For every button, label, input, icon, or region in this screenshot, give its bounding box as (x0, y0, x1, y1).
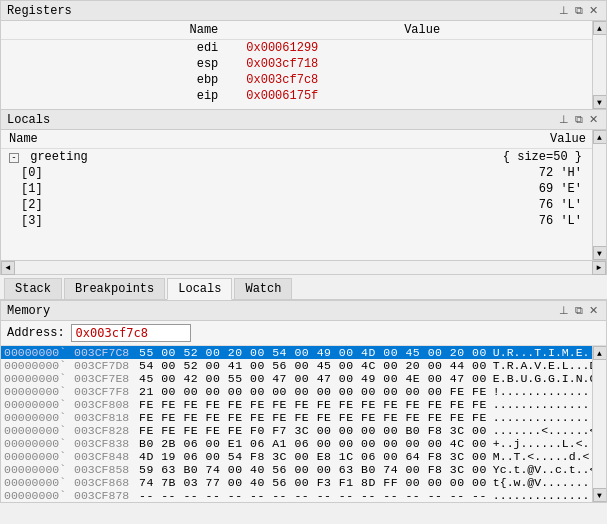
memory-addr1: 00000000` (1, 359, 71, 372)
locals-greeting-2-row: [2] 76 'L' (1, 197, 606, 213)
tab-locals[interactable]: Locals (167, 278, 232, 300)
locals-greeting-0-name: [0] (1, 165, 279, 181)
registers-title: Registers (7, 4, 72, 18)
locals-greeting-3-value: 76 'L' (279, 213, 606, 229)
memory-addr2: 003CF7E8 (71, 372, 136, 385)
locals-close-btn[interactable]: ✕ (587, 114, 600, 125)
memory-row[interactable]: 00000000`003CF7D854 00 52 00 41 00 56 00… (1, 359, 606, 372)
memory-addr2: 003CF858 (71, 463, 136, 476)
tab-breakpoints[interactable]: Breakpoints (64, 278, 165, 299)
memory-addr1: 00000000` (1, 372, 71, 385)
tabs-bar: Stack Breakpoints Locals Watch (0, 275, 607, 300)
memory-addr1: 00000000` (1, 398, 71, 411)
locals-greeting-0-row: [0] 72 'H' (1, 165, 606, 181)
reg-name: ebp (1, 72, 238, 88)
memory-hex: 74 7B 03 77 00 40 56 00 F3 F1 8D FF 00 0… (136, 476, 490, 489)
memory-row[interactable]: 00000000`003CF838B0 2B 06 00 E1 06 A1 06… (1, 437, 606, 450)
locals-pin-btn[interactable]: ⊥ (557, 114, 571, 125)
registers-content: Name Value edi0x00061299esp0x003cf718ebp… (1, 21, 606, 109)
locals-col-value: Value (279, 130, 606, 149)
registers-scroll-track[interactable] (593, 35, 606, 95)
memory-ascii: Yc.t.@V..c.t..<. (490, 463, 606, 476)
memory-addr2: 003CF818 (71, 411, 136, 424)
registers-col-name: Name (1, 21, 238, 40)
locals-scroll-down[interactable]: ▼ (593, 246, 607, 260)
locals-greeting-1-value: 69 'E' (279, 181, 606, 197)
memory-ascii: T.R.A.V.E.L...D. (490, 359, 606, 372)
locals-scrollbar-v[interactable]: ▲ ▼ (592, 130, 606, 260)
registers-pin-btn[interactable]: ⊥ (557, 5, 571, 16)
locals-scroll-left[interactable]: ◄ (1, 261, 15, 275)
memory-close-btn[interactable]: ✕ (587, 305, 600, 316)
registers-scroll-up[interactable]: ▲ (593, 21, 607, 35)
memory-hex: 59 63 B0 74 00 40 56 00 00 63 B0 74 00 F… (136, 463, 490, 476)
locals-controls: ⊥ ⧉ ✕ (557, 114, 600, 125)
reg-value: 0x00061299 (238, 40, 606, 57)
memory-ascii: +..j......L.<. (490, 437, 606, 450)
memory-addr1: 00000000` (1, 437, 71, 450)
memory-addr2: 003CF878 (71, 489, 136, 502)
memory-scroll-track[interactable] (593, 360, 606, 488)
memory-addr2: 003CF828 (71, 424, 136, 437)
memory-addr1: 00000000` (1, 411, 71, 424)
memory-row[interactable]: 00000000`003CF85859 63 B0 74 00 40 56 00… (1, 463, 606, 476)
locals-greeting-3-row: [3] 76 'L' (1, 213, 606, 229)
memory-table: 00000000`003CF7C855 00 52 00 20 00 54 00… (1, 346, 606, 502)
memory-addr1: 00000000` (1, 385, 71, 398)
locals-greeting-name: - greeting (1, 149, 279, 166)
memory-scroll-down[interactable]: ▼ (593, 488, 607, 502)
memory-row[interactable]: 00000000`003CF808FE FE FE FE FE FE FE FE… (1, 398, 606, 411)
locals-table: Name Value - greeting { size=50 } [0] 72… (1, 130, 606, 229)
memory-addr2: 003CF868 (71, 476, 136, 489)
locals-scroll-right[interactable]: ► (592, 261, 606, 275)
memory-float-btn[interactable]: ⧉ (573, 305, 585, 316)
locals-greeting-row: - greeting { size=50 } (1, 149, 606, 166)
locals-scroll-up[interactable]: ▲ (593, 130, 607, 144)
memory-address-input[interactable] (71, 324, 191, 342)
tab-watch[interactable]: Watch (234, 278, 292, 299)
memory-hex: FE FE FE FE FE F0 F7 3C 00 00 00 00 B0 F… (136, 424, 490, 437)
tab-stack[interactable]: Stack (4, 278, 62, 299)
memory-addr2: 003CF7F8 (71, 385, 136, 398)
memory-row[interactable]: 00000000`003CF8484D 19 06 00 54 F8 3C 00… (1, 450, 606, 463)
memory-row[interactable]: 00000000`003CF86874 7B 03 77 00 40 56 00… (1, 476, 606, 489)
memory-row[interactable]: 00000000`003CF818FE FE FE FE FE FE FE FE… (1, 411, 606, 424)
reg-value: 0x003cf7c8 (238, 72, 606, 88)
register-row: eip0x0006175f (1, 88, 606, 104)
locals-greeting-2-name: [2] (1, 197, 279, 213)
registers-scrollbar[interactable]: ▲ ▼ (592, 21, 606, 109)
memory-addr1: 00000000` (1, 476, 71, 489)
locals-panel: Locals ⊥ ⧉ ✕ Name Value - greeting { (0, 110, 607, 275)
memory-hex: FE FE FE FE FE FE FE FE FE FE FE FE FE F… (136, 398, 490, 411)
registers-float-btn[interactable]: ⧉ (573, 5, 585, 16)
register-row: edi0x00061299 (1, 40, 606, 57)
memory-row[interactable]: 00000000`003CF7E845 00 42 00 55 00 47 00… (1, 372, 606, 385)
memory-row[interactable]: 00000000`003CF828FE FE FE FE FE F0 F7 3C… (1, 424, 606, 437)
greeting-expand-icon[interactable]: - (9, 153, 19, 163)
memory-addr1: 00000000` (1, 489, 71, 502)
memory-pin-btn[interactable]: ⊥ (557, 305, 571, 316)
locals-greeting-1-name: [1] (1, 181, 279, 197)
memory-row[interactable]: 00000000`003CF7F821 00 00 00 00 00 00 00… (1, 385, 606, 398)
memory-ascii: M..T.<.....d.<. (490, 450, 606, 463)
registers-scroll-down[interactable]: ▼ (593, 95, 607, 109)
registers-col-value: Value (238, 21, 606, 40)
locals-title: Locals (7, 113, 50, 127)
memory-hex: B0 2B 06 00 E1 06 A1 06 00 00 00 00 00 0… (136, 437, 490, 450)
memory-scroll-up[interactable]: ▲ (593, 346, 607, 360)
memory-ascii: ................ (490, 489, 606, 502)
locals-scroll-track-h[interactable] (15, 261, 592, 274)
memory-row[interactable]: 00000000`003CF7C855 00 52 00 20 00 54 00… (1, 346, 606, 359)
memory-scrollbar-v[interactable]: ▲ ▼ (592, 346, 606, 502)
reg-name: edi (1, 40, 238, 57)
locals-scroll-track-v[interactable] (593, 144, 606, 246)
reg-name: esp (1, 56, 238, 72)
registers-close-btn[interactable]: ✕ (587, 5, 600, 16)
locals-scrollbar-h[interactable]: ◄ ► (1, 260, 606, 274)
memory-ascii: E.B.U.G.G.I.N.G. (490, 372, 606, 385)
memory-row[interactable]: 00000000`003CF878-- -- -- -- -- -- -- --… (1, 489, 606, 502)
memory-hex: 4D 19 06 00 54 F8 3C 00 E8 1C 06 00 64 F… (136, 450, 490, 463)
memory-addr1: 00000000` (1, 450, 71, 463)
locals-float-btn[interactable]: ⧉ (573, 114, 585, 125)
registers-header: Registers ⊥ ⧉ ✕ (1, 1, 606, 21)
